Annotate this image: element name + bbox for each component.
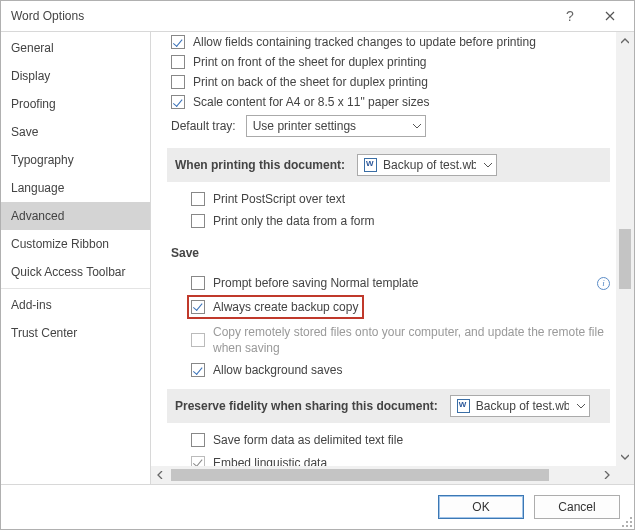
window-title: Word Options (11, 9, 550, 23)
checkbox-icon (191, 333, 205, 347)
cancel-button[interactable]: Cancel (534, 495, 620, 519)
scroll-track[interactable] (616, 50, 634, 448)
sidebar-item-advanced[interactable]: Advanced (1, 202, 150, 230)
scroll-up-icon[interactable] (616, 32, 634, 50)
option-save-form-data[interactable]: Save form data as delimited text file (191, 429, 610, 451)
ok-button[interactable]: OK (438, 495, 524, 519)
chevron-down-icon (476, 163, 492, 168)
scroll-down-icon[interactable] (616, 448, 634, 466)
option-copy-remote[interactable]: Copy remotely stored files onto your com… (191, 321, 610, 359)
dialog-footer: OK Cancel (1, 485, 634, 529)
word-options-window: Word Options ? General Display Proofing … (0, 0, 635, 530)
dialog-body: General Display Proofing Save Typography… (1, 31, 634, 485)
vertical-scrollbar[interactable] (616, 32, 634, 466)
option-print-front[interactable]: Print on front of the sheet for duplex p… (171, 52, 610, 72)
scroll-thumb[interactable] (171, 469, 549, 481)
sidebar-item-quick-access[interactable]: Quick Access Toolbar (1, 258, 150, 286)
section-when-printing: When printing this document: Backup of t… (167, 148, 610, 182)
checkbox-icon (191, 456, 205, 466)
checkbox-icon (191, 300, 205, 314)
titlebar: Word Options ? (1, 1, 634, 31)
checkbox-icon (171, 95, 185, 109)
section-save: Save (171, 240, 610, 266)
chevron-down-icon (405, 124, 421, 129)
sidebar-item-proofing[interactable]: Proofing (1, 90, 150, 118)
checkbox-icon (191, 363, 205, 377)
scroll-right-icon[interactable] (598, 466, 616, 484)
horizontal-scrollbar[interactable] (151, 466, 616, 484)
sidebar-item-save[interactable]: Save (1, 118, 150, 146)
highlight-backup-copy: Always create backup copy (187, 295, 364, 319)
info-icon[interactable]: i (597, 277, 610, 290)
section-preserve-fidelity: Preserve fidelity when sharing this docu… (167, 389, 610, 423)
sidebar-item-trust-center[interactable]: Trust Center (1, 319, 150, 347)
help-button[interactable]: ? (550, 2, 590, 30)
option-scale-content[interactable]: Scale content for A4 or 8.5 x 11" paper … (171, 92, 610, 112)
content-wrap: Allow fields containing tracked changes … (151, 32, 634, 484)
chevron-down-icon (569, 404, 585, 409)
scroll-left-icon[interactable] (151, 466, 169, 484)
checkbox-icon (191, 214, 205, 228)
close-icon (605, 11, 615, 21)
sidebar-item-addins[interactable]: Add-ins (1, 291, 150, 319)
sidebar-item-display[interactable]: Display (1, 62, 150, 90)
checkbox-icon (191, 192, 205, 206)
content-pane: Allow fields containing tracked changes … (151, 32, 634, 484)
checkbox-icon (191, 433, 205, 447)
option-postscript[interactable]: Print PostScript over text (191, 188, 610, 210)
option-backup-copy[interactable]: Always create backup copy (191, 298, 358, 316)
default-tray-row: Default tray: Use printer settings (171, 112, 610, 140)
checkbox-icon (171, 55, 185, 69)
category-sidebar: General Display Proofing Save Typography… (1, 32, 151, 484)
content-scroll-area: Allow fields containing tracked changes … (151, 32, 616, 466)
scroll-corner (616, 466, 634, 484)
resize-grip[interactable] (620, 515, 632, 527)
scroll-track[interactable] (169, 466, 598, 484)
default-tray-label: Default tray: (171, 119, 236, 133)
close-button[interactable] (590, 2, 630, 30)
option-print-back[interactable]: Print on back of the sheet for duplex pr… (171, 72, 610, 92)
scroll-thumb[interactable] (619, 229, 631, 289)
sidebar-item-general[interactable]: General (1, 34, 150, 62)
print-document-dropdown[interactable]: Backup of test.wbk (357, 154, 497, 176)
checkbox-icon (171, 75, 185, 89)
sidebar-item-customize-ribbon[interactable]: Customize Ribbon (1, 230, 150, 258)
checkbox-icon (191, 276, 205, 290)
section-label: When printing this document: (175, 158, 345, 172)
option-print-data-only[interactable]: Print only the data from a form (191, 210, 610, 232)
option-background-saves[interactable]: Allow background saves (191, 359, 610, 381)
sidebar-item-typography[interactable]: Typography (1, 146, 150, 174)
checkbox-icon (171, 35, 185, 49)
fidelity-document-dropdown[interactable]: Backup of test.wbk (450, 395, 590, 417)
sidebar-separator (1, 288, 150, 289)
option-embed-linguistic[interactable]: Embed linguistic data (191, 452, 610, 467)
word-file-icon (364, 158, 377, 172)
section-label: Preserve fidelity when sharing this docu… (175, 399, 438, 413)
word-file-icon (457, 399, 470, 413)
sidebar-item-language[interactable]: Language (1, 174, 150, 202)
option-allow-tracked[interactable]: Allow fields containing tracked changes … (171, 32, 610, 52)
default-tray-dropdown[interactable]: Use printer settings (246, 115, 426, 137)
option-prompt-normal[interactable]: Prompt before saving Normal template i (191, 272, 610, 294)
